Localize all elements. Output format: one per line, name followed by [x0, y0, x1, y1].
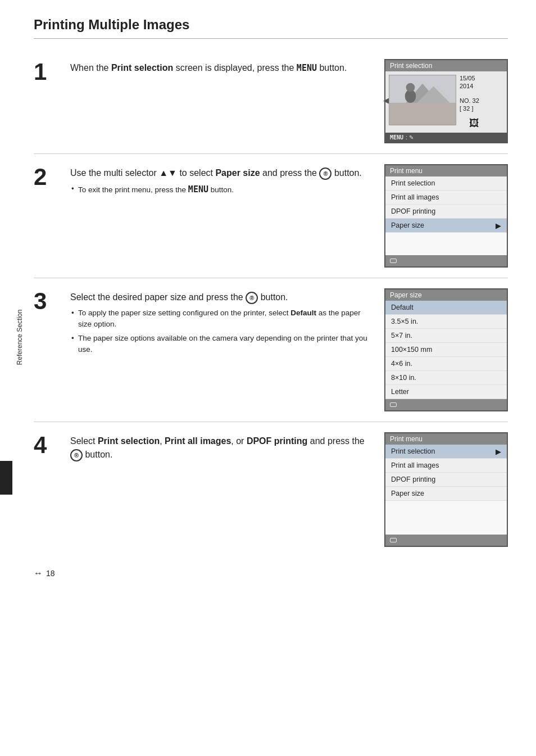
step-3-note-1: To apply the paper size setting configur…	[70, 307, 373, 331]
step-3-content: Select the desired paper size and press …	[70, 288, 373, 357]
ok-button-2: ®	[319, 168, 331, 180]
screen1-image	[389, 75, 456, 125]
step-2-screen: Print menu Print selection Print all ima…	[384, 164, 508, 268]
screen-1: Print selection ◀	[384, 59, 508, 143]
menu1-item-3: Paper size	[385, 219, 507, 233]
step-1-screen: Print selection ◀	[384, 59, 508, 143]
footer-arrows: ↔	[34, 568, 43, 578]
step-3-number: 3	[34, 289, 59, 313]
menu2-footer-icon	[390, 538, 397, 542]
step-4-content: Select Print selection, Print all images…	[70, 432, 373, 465]
ok-button-3: ®	[246, 292, 258, 304]
sidebar-label: Reference Section	[16, 298, 24, 377]
step-2-row: 2 Use the multi selector ▲▼ to select Pa…	[34, 154, 508, 278]
papersize-title: Paper size	[385, 289, 507, 301]
paper-item-2: 5×7 in.	[385, 329, 507, 343]
paper-item-6: Letter	[385, 385, 507, 399]
menu1-footer-icon	[390, 259, 397, 263]
svg-point-6	[406, 83, 415, 92]
menu2-item-2: DPOF printing	[385, 473, 507, 487]
menu2-empty	[385, 501, 507, 523]
step-3-note-2: The paper size options available on the …	[70, 333, 373, 356]
step-3-screen: Paper size Default 3.5×5 in. 5×7 in. 100…	[384, 288, 508, 411]
step-2-text: Use the multi selector ▲▼ to select Pape…	[70, 166, 373, 180]
step-2-note-1: To exit the print menu, press the MENU b…	[70, 183, 373, 196]
screen1-year: 2014	[460, 83, 479, 89]
svg-rect-4	[389, 103, 455, 125]
step-4-screen: Print menu Print selection Print all ima…	[384, 432, 508, 547]
page-container: Reference Section Printing Multiple Imag…	[0, 0, 536, 595]
page-title: Printing Multiple Images	[34, 17, 508, 39]
screen1-bracket: [ 32 ]	[460, 105, 479, 112]
paper-item-1: 3.5×5 in.	[385, 315, 507, 329]
menu1-item-2: DPOF printing	[385, 205, 507, 219]
menu1-footer	[385, 255, 507, 266]
ok-button-4: ®	[70, 449, 83, 461]
screen1-bottom: MENU : ✎	[385, 133, 507, 142]
paper-item-4: 4×6 in.	[385, 357, 507, 371]
paper-item-5: 8×10 in.	[385, 371, 507, 385]
menu2-item-0: Print selection	[385, 445, 507, 459]
step-4-text: Select Print selection, Print all images…	[70, 434, 373, 461]
step-2-number: 2	[34, 165, 59, 189]
camera-sketch	[389, 75, 456, 125]
menu1-item-1: Print all images	[385, 191, 507, 205]
footer-page-number: 18	[46, 569, 55, 578]
menu1-title: Print menu	[385, 165, 507, 176]
screen1-body: ◀	[385, 71, 507, 133]
step-1-row: 1 When the Print selection screen is dis…	[34, 49, 508, 154]
step-1-text: When the Print selection screen is displ…	[70, 61, 373, 75]
screen1-date: 15/05	[460, 75, 479, 82]
step-1-number: 1	[34, 60, 59, 84]
step-4-row: 4 Select Print selection, Print all imag…	[34, 422, 508, 557]
step-4-number: 4	[34, 433, 59, 457]
menu2-item-3: Paper size	[385, 487, 507, 501]
step-2-content: Use the multi selector ▲▼ to select Pape…	[70, 164, 373, 198]
menu1-empty	[385, 233, 507, 255]
papersize-footer	[385, 399, 507, 410]
paper-item-0: Default	[385, 301, 507, 315]
screen1-image-icon: 🖼	[460, 117, 479, 129]
menu1-item-0: Print selection	[385, 176, 507, 191]
step-3-notes: To apply the paper size setting configur…	[70, 307, 373, 355]
menu2-item-1: Print all images	[385, 459, 507, 473]
menu-screen-2: Print menu Print selection Print all ima…	[384, 432, 508, 547]
sidebar-tab	[0, 461, 12, 495]
menu2-footer	[385, 535, 507, 546]
screen1-info: 15/05 2014 NO. 32 [ 32 ] 🖼	[460, 75, 479, 129]
menu-screen-1: Print menu Print selection Print all ima…	[384, 164, 508, 268]
screen1-no: NO. 32	[460, 97, 479, 104]
menu2-title: Print menu	[385, 433, 507, 445]
step-1-content: When the Print selection screen is displ…	[70, 59, 373, 78]
screen1-title: Print selection	[385, 60, 507, 71]
paper-screen: Paper size Default 3.5×5 in. 5×7 in. 100…	[384, 288, 508, 411]
papersize-footer-icon	[390, 402, 397, 407]
page-footer: ↔ 18	[34, 568, 508, 578]
step-2-notes: To exit the print menu, press the MENU b…	[70, 183, 373, 196]
step-3-row: 3 Select the desired paper size and pres…	[34, 278, 508, 422]
step-3-text: Select the desired paper size and press …	[70, 291, 373, 304]
paper-item-3: 100×150 mm	[385, 343, 507, 357]
